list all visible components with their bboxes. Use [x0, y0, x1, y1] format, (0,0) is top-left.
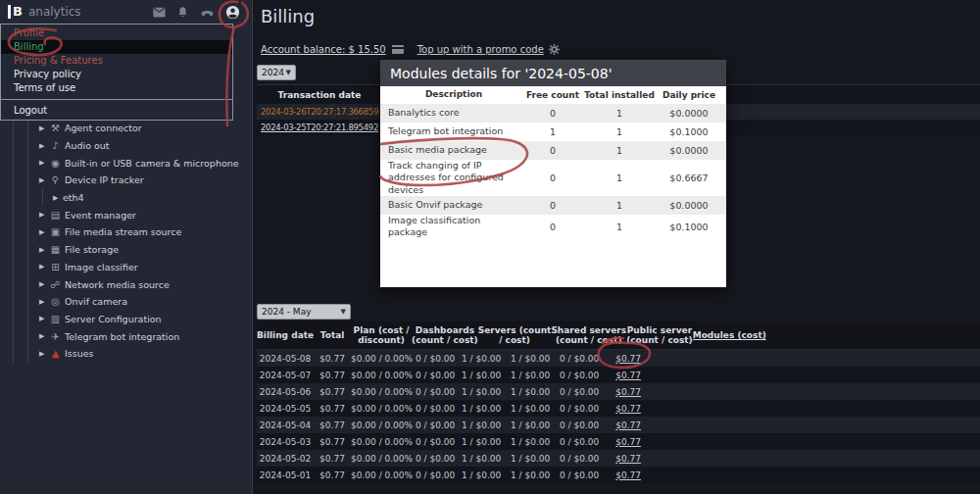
modules-cost-link[interactable]: $0.77	[603, 354, 654, 364]
modules-cost-link[interactable]: $0.77	[603, 370, 654, 380]
modules-cost-link[interactable]: $0.77	[603, 454, 654, 464]
phone-icon[interactable]	[200, 6, 215, 19]
tree-item-agent-connector[interactable]: ▶⚒Agent connector	[0, 120, 251, 137]
module-daily-price: $0.1000	[657, 126, 721, 137]
tree-item-label: Issues	[65, 348, 94, 359]
modules-cost-link[interactable]: $0.77	[603, 404, 654, 414]
billing-row-2024-05-06: 2024-05-06$0.77$0.00 / 0.00%0 / $0.001 /…	[257, 383, 980, 400]
user-avatar-icon[interactable]	[225, 5, 240, 20]
expand-arrow-icon[interactable]: ▶	[39, 211, 49, 219]
expand-arrow-icon[interactable]: ▶	[39, 332, 49, 340]
year-select[interactable]: 2024▼	[257, 65, 296, 80]
transaction-date-link[interactable]: 2024-03-26T20:27:17.366859	[257, 104, 382, 120]
modules-row-telegram-bot-integration: Telegram bot integration11$0.1000	[380, 123, 726, 141]
device-tree: ▶⚒Agent connector▶♪Audio out▶◉Built-in o…	[0, 120, 251, 363]
column-header-modules-cost[interactable]: Modules (cost)	[693, 330, 766, 340]
column-header-servers-count-cost: Servers (count/ cost)	[478, 325, 552, 345]
modules-row-basic-onvif-package: Basic Onvif package01$0.0000	[380, 196, 726, 215]
cell-total: $0.77	[314, 354, 351, 364]
mail-icon[interactable]	[153, 7, 166, 18]
onvif-camera-icon: ◎	[49, 296, 62, 307]
tree-item-event-manager[interactable]: ▶▤Event manager	[0, 206, 251, 223]
topup-promo-link[interactable]: Top up with a promo code	[417, 44, 544, 55]
modules-column-header: Free count	[523, 90, 582, 100]
module-total-installed: 1	[582, 145, 657, 156]
tree-item-audio-out[interactable]: ▶♪Audio out	[0, 137, 251, 155]
tree-item-server-configuration[interactable]: ▶▥Server Configuration	[0, 311, 251, 328]
cell-plan: $0.00 / 0.00%	[351, 420, 413, 430]
tree-item-image-classifier[interactable]: ▶⊞Image classifier	[0, 259, 251, 276]
cell-shared_servers: 1 / $0.00	[505, 354, 556, 364]
menu-item-privacy-policy[interactable]: Privacy policy	[1, 68, 232, 81]
cell-plan: $0.00 / 0.00%	[351, 387, 413, 397]
expand-arrow-icon[interactable]: ▶	[39, 228, 49, 236]
tree-item-device-ip-tracker[interactable]: ▶⚲Device IP tracker	[0, 172, 251, 189]
tree-item-network-media-source[interactable]: ▶☍Network media source	[0, 275, 251, 293]
module-description: Telegram bot integration	[380, 125, 523, 137]
tree-item-telegram-bot-integration[interactable]: ▶✈Telegram bot integration	[0, 327, 251, 345]
tree-item-label: Telegram bot integration	[65, 331, 179, 342]
module-free-count: 0	[523, 222, 582, 232]
modules-column-header: Daily price	[657, 90, 721, 100]
modules-cost-link[interactable]: $0.77	[603, 470, 654, 480]
tree-item-label: Event manager	[65, 210, 136, 221]
tree-item-issues[interactable]: ▶▲Issues	[0, 345, 251, 363]
tree-item-label: File media stream source	[65, 226, 181, 237]
expand-arrow-icon[interactable]: ▶	[39, 280, 49, 288]
expand-arrow-icon[interactable]: ▶	[39, 124, 49, 132]
cell-total: $0.77	[314, 420, 351, 430]
modules-cost-link[interactable]: $0.77	[603, 420, 654, 430]
billing-row-2024-05-03: 2024-05-03$0.77$0.00 / 0.00%0 / $0.001 /…	[257, 433, 980, 450]
expand-arrow-icon[interactable]: ▶	[39, 142, 49, 150]
expand-arrow-icon[interactable]: ▶	[39, 315, 49, 322]
cell-plan: $0.00 / 0.00%	[351, 454, 413, 464]
menu-item-terms-of-use[interactable]: Terms of use	[1, 81, 232, 95]
bell-icon[interactable]	[176, 6, 189, 19]
transaction-date-column-header: Transaction date	[257, 85, 382, 105]
tree-item-file-storage[interactable]: ▶▦File storage	[0, 241, 251, 259]
modules-cost-link[interactable]: $0.77	[603, 437, 654, 447]
tree-item-eth4[interactable]: ▶eth4	[0, 189, 251, 207]
expand-arrow-icon[interactable]: ▶	[39, 159, 49, 167]
cell-billing_date: 2024-05-06	[257, 387, 314, 397]
menu-item-profile[interactable]: Profile	[1, 26, 232, 40]
module-daily-price: $0.0000	[657, 200, 721, 211]
cell-shared_servers: 1 / $0.00	[505, 387, 556, 397]
modules-cost-link[interactable]: $0.77	[603, 387, 654, 397]
transaction-date-link[interactable]: 2024-03-25T20:27:21.895492	[257, 120, 382, 135]
server-configuration-icon: ▥	[49, 314, 62, 324]
tree-item-built-in-or-usb-camera-microphone[interactable]: ▶◉Built-in or USB camera & microphone	[0, 154, 251, 172]
cell-public_server: 0 / $0.00	[556, 354, 603, 364]
modules-column-header: Description	[380, 89, 523, 101]
audio-out-icon: ♪	[49, 140, 62, 151]
cell-public_server: 0 / $0.00	[556, 420, 603, 430]
cell-servers: 1 / $0.00	[458, 370, 505, 380]
telegram-icon: ✈	[49, 331, 62, 342]
menu-item-pricing-features[interactable]: Pricing & Features	[1, 54, 232, 68]
module-daily-price: $0.0000	[657, 108, 721, 119]
tree-item-file-media-stream-source[interactable]: ▶▣File media stream source	[0, 223, 251, 241]
tree-item-label: Image classifier	[65, 262, 138, 272]
month-select[interactable]: 2024 - May▼	[257, 304, 351, 320]
cell-plan: $0.00 / 0.00%	[351, 370, 413, 380]
profile-dropdown-menu: ProfileBillingPricing & FeaturesPrivacy …	[0, 24, 233, 121]
tree-item-label: eth4	[63, 192, 84, 203]
cell-billing_date: 2024-05-04	[257, 420, 314, 430]
expand-arrow-icon[interactable]: ▶	[39, 176, 49, 184]
expand-arrow-icon[interactable]: ▶	[39, 350, 49, 358]
expand-arrow-icon[interactable]: ▶	[39, 246, 49, 254]
modules-row-image-classification-package: Image classification package01$0.1000	[380, 215, 726, 239]
tree-item-onvif-camera[interactable]: ▶◎Onvif camera	[0, 293, 251, 311]
image-classifier-icon: ⊞	[49, 262, 62, 272]
gear-icon	[549, 44, 560, 55]
cell-dashboards: 0 / $0.00	[413, 470, 458, 480]
expand-arrow-icon[interactable]: ▶	[53, 194, 63, 202]
expand-arrow-icon[interactable]: ▶	[39, 263, 49, 271]
account-balance-link[interactable]: Account balance: $ 15.50	[261, 44, 386, 55]
menu-item-billing[interactable]: Billing	[1, 40, 232, 54]
app-header: B analytics	[0, 0, 252, 24]
expand-arrow-icon[interactable]: ▶	[39, 298, 49, 306]
cell-servers: 1 / $0.00	[458, 387, 505, 397]
menu-item-logout[interactable]: Logout	[1, 104, 232, 118]
module-description: Track changing of IP addresses for confi…	[380, 160, 523, 196]
